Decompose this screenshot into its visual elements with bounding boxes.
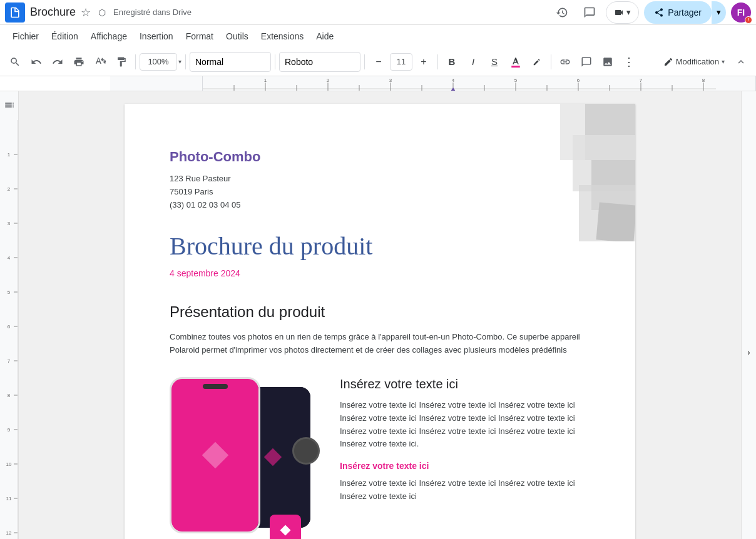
menu-format[interactable]: Format bbox=[181, 29, 218, 44]
meet-button[interactable]: ▾ bbox=[606, 1, 639, 24]
phone-notch bbox=[203, 384, 228, 389]
toolbar-sep-3 bbox=[275, 54, 275, 69]
app-icon bbox=[5, 3, 25, 23]
avatar-notification-badge: ! bbox=[745, 16, 752, 24]
share-button[interactable]: Partager bbox=[644, 1, 712, 24]
insert-image-button[interactable] bbox=[598, 52, 618, 72]
menu-extensions[interactable]: Extensions bbox=[256, 29, 309, 44]
svg-text:2: 2 bbox=[327, 78, 330, 83]
edit-mode-chevron[interactable]: ▾ bbox=[722, 58, 725, 65]
svg-rect-60 bbox=[280, 525, 291, 535]
svg-text:10: 10 bbox=[6, 461, 12, 467]
menu-aide[interactable]: Aide bbox=[311, 29, 339, 44]
menu-insertion[interactable]: Insertion bbox=[135, 29, 178, 44]
underline-button[interactable]: S bbox=[484, 52, 504, 72]
star-icon[interactable]: ☆ bbox=[81, 6, 91, 19]
svg-text:12: 12 bbox=[6, 530, 12, 536]
product-image-col bbox=[170, 377, 320, 539]
svg-text:7: 7 bbox=[8, 358, 11, 364]
ruler-content: 1 2 3 4 5 6 7 8 bbox=[202, 76, 756, 91]
toolbar-sep-2 bbox=[185, 54, 186, 69]
font-size-increase-button[interactable]: + bbox=[414, 52, 434, 72]
svg-text:11: 11 bbox=[6, 496, 12, 501]
phone-screen bbox=[171, 379, 258, 531]
collapse-toolbar-button[interactable] bbox=[731, 52, 751, 72]
edit-mode-selector[interactable]: Modification ▾ bbox=[658, 57, 730, 67]
document-title: Brochure bbox=[30, 6, 76, 19]
menu-edition[interactable]: Édition bbox=[46, 29, 83, 44]
svg-text:5: 5 bbox=[514, 78, 518, 83]
collapse-sidebar-button[interactable]: › bbox=[743, 346, 755, 359]
svg-text:8: 8 bbox=[702, 78, 705, 83]
spellcheck-button[interactable] bbox=[90, 52, 110, 72]
product-text-col: Insérez votre texte ici Insérez votre te… bbox=[340, 377, 590, 539]
document-page: Photo-Combo 123 Rue Pasteur 75019 Paris … bbox=[125, 104, 635, 539]
insert-bold: Insérez votre texte ici bbox=[340, 461, 590, 471]
font-select[interactable]: Roboto bbox=[279, 52, 360, 72]
comments-button[interactable] bbox=[578, 1, 601, 24]
version-history-button[interactable] bbox=[551, 1, 573, 24]
format-paint-button[interactable] bbox=[111, 52, 131, 72]
drive-icon[interactable]: ⬡ bbox=[98, 8, 106, 18]
toolbar-sep-6 bbox=[551, 54, 551, 69]
svg-text:1: 1 bbox=[264, 78, 267, 83]
font-size-decrease-button[interactable]: − bbox=[369, 52, 389, 72]
more-options-button[interactable]: ⋮ bbox=[619, 52, 639, 72]
outline-button[interactable] bbox=[1, 96, 18, 114]
toolbar-sep-5 bbox=[437, 54, 438, 69]
highlight-button[interactable] bbox=[527, 52, 547, 72]
svg-text:1: 1 bbox=[8, 152, 11, 158]
zoom-chevron[interactable]: ▾ bbox=[178, 58, 181, 65]
toolbar: ▾ Normal Roboto − + B I S ⋮ Modification… bbox=[0, 48, 756, 76]
svg-rect-59 bbox=[202, 442, 228, 468]
share-label: Partager bbox=[668, 8, 702, 18]
phone-camera bbox=[292, 437, 320, 465]
insert-body2: Insérez votre texte ici Insérez votre te… bbox=[340, 477, 590, 503]
document-area[interactable]: Photo-Combo 123 Rue Pasteur 75019 Paris … bbox=[19, 91, 741, 539]
font-size-input[interactable] bbox=[390, 53, 412, 71]
phone-front bbox=[170, 377, 260, 533]
zoom-control: ▾ bbox=[140, 53, 181, 71]
menu-bar: Fichier Édition Affichage Insertion Form… bbox=[0, 25, 756, 48]
insert-comment-button[interactable] bbox=[576, 52, 596, 72]
menu-fichier[interactable]: Fichier bbox=[8, 29, 44, 44]
zoom-input[interactable] bbox=[140, 53, 177, 71]
meet-label: ▾ bbox=[626, 8, 631, 17]
print-button[interactable] bbox=[69, 52, 89, 72]
italic-button[interactable]: I bbox=[463, 52, 483, 72]
svg-text:2: 2 bbox=[8, 186, 11, 192]
section1-title: Présentation du produit bbox=[170, 303, 590, 321]
left-sidebar: 1 2 3 4 5 6 7 8 9 10 11 bbox=[0, 91, 19, 539]
svg-text:3: 3 bbox=[8, 221, 11, 226]
toolbar-sep-1 bbox=[135, 54, 136, 69]
svg-text:7: 7 bbox=[640, 78, 643, 83]
toolbar-sep-4 bbox=[364, 54, 365, 69]
document-date: 4 septembre 2024 bbox=[170, 268, 590, 278]
phone-badge bbox=[270, 515, 301, 539]
right-panel: › bbox=[741, 91, 756, 539]
bold-button[interactable]: B bbox=[442, 52, 462, 72]
avatar[interactable]: FI ! bbox=[731, 3, 751, 23]
title-bar: Brochure ☆ ⬡ Enregistré dans Drive ▾ Par… bbox=[0, 0, 756, 25]
menu-outils[interactable]: Outils bbox=[221, 29, 253, 44]
svg-text:4: 4 bbox=[452, 78, 455, 83]
redo-button[interactable] bbox=[48, 52, 68, 72]
menu-affichage[interactable]: Affichage bbox=[86, 29, 132, 44]
svg-text:3: 3 bbox=[389, 78, 392, 83]
style-select[interactable]: Normal bbox=[190, 52, 271, 72]
text-color-button[interactable] bbox=[506, 52, 526, 72]
corner-decoration bbox=[523, 104, 635, 241]
share-dropdown-button[interactable]: ▾ bbox=[712, 1, 726, 24]
style-control: Normal bbox=[190, 52, 271, 72]
search-button[interactable] bbox=[5, 52, 25, 72]
svg-text:6: 6 bbox=[8, 324, 11, 330]
main-area: 1 2 3 4 5 6 7 8 9 10 11 bbox=[0, 91, 756, 539]
svg-text:5: 5 bbox=[8, 290, 11, 295]
save-status: Enregistré dans Drive bbox=[113, 8, 192, 17]
edit-mode-label: Modification bbox=[676, 57, 719, 66]
section1-body: Combinez toutes vos photos en un rien de… bbox=[170, 331, 590, 357]
svg-text:9: 9 bbox=[8, 427, 11, 433]
undo-button[interactable] bbox=[26, 52, 46, 72]
insert-title: Insérez votre texte ici bbox=[340, 377, 590, 391]
link-button[interactable] bbox=[555, 52, 575, 72]
